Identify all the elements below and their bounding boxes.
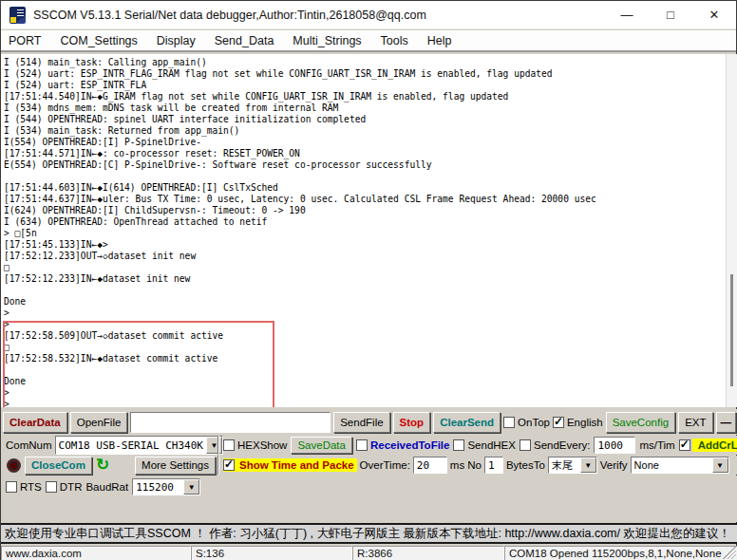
terminal-output[interactable]: I (514) main_task: Calling app_main()I (… bbox=[1, 54, 737, 407]
window-controls: — □ ✕ bbox=[605, 1, 736, 28]
dtr-label: DTR bbox=[60, 481, 83, 493]
menu-bar: PORTCOM_SettingsDisplaySend_DataMulti_St… bbox=[1, 30, 736, 52]
terminal-line: > bbox=[4, 308, 723, 319]
send-every-checkbox-box[interactable] bbox=[520, 439, 531, 451]
close-icon[interactable]: ✕ bbox=[692, 1, 736, 28]
terminal-line: Done bbox=[4, 296, 723, 308]
com-port-select[interactable]: COM18 USB-SERIAL CH340K ▼ bbox=[55, 436, 223, 455]
toolbar-row-1: ClearData OpenFile SendFile Stop ClearSe… bbox=[1, 409, 737, 435]
menu-item[interactable]: Multi_Strings bbox=[293, 34, 361, 47]
com-port-value: COM18 USB-SERIAL CH340K bbox=[56, 439, 206, 452]
app-icon bbox=[9, 7, 26, 24]
add-crlf-checkbox[interactable]: AddCrLf bbox=[679, 439, 737, 452]
status-segment: S:136 bbox=[191, 546, 352, 560]
show-time-label: Show Time and Packe bbox=[236, 458, 357, 472]
status-bar: www.daxia.comS:136R:3866COM18 Opened 115… bbox=[1, 546, 737, 560]
terminal-line: [17:51:44.571]IN←◆: co-processor reset: … bbox=[4, 148, 723, 159]
collapse-panel-button[interactable]: — bbox=[716, 412, 737, 433]
hexshow-checkbox-box[interactable] bbox=[223, 439, 235, 451]
file-path-input[interactable] bbox=[130, 412, 331, 433]
add-crlf-checkbox-box[interactable] bbox=[679, 439, 690, 451]
terminal-line: [17:52:12.233]OUT→◇dataset init new bbox=[4, 251, 723, 262]
terminal-scrollbar-thumb[interactable] bbox=[730, 274, 733, 386]
refresh-ports-icon[interactable]: ↻ bbox=[96, 457, 109, 473]
ontop-checkbox[interactable]: OnTop bbox=[503, 417, 550, 428]
send-every-input[interactable] bbox=[594, 437, 635, 454]
menu-item[interactable]: Help bbox=[427, 34, 452, 47]
dtr-checkbox-box[interactable] bbox=[46, 481, 57, 493]
status-segment: COM18 Opened 115200bps,8,1,None,None bbox=[504, 546, 737, 560]
chevron-down-icon[interactable]: ▼ bbox=[183, 479, 199, 495]
minimize-icon[interactable]: — bbox=[605, 1, 649, 28]
baud-label: BaudRat bbox=[85, 481, 128, 493]
terminal-scrollbar[interactable] bbox=[726, 54, 737, 407]
bytes-input[interactable] bbox=[484, 457, 503, 474]
english-checkbox[interactable]: English bbox=[553, 417, 603, 428]
received-to-file-label: ReceivedToFile bbox=[370, 439, 450, 451]
comnum-label: ComNum bbox=[1, 439, 55, 451]
received-to-file-checkbox-box[interactable] bbox=[356, 439, 368, 451]
english-checkbox-box[interactable] bbox=[553, 417, 564, 428]
ms-tim-label: ms/Tim bbox=[639, 439, 674, 451]
terminal-line: I (534) main_task: Returned from app_mai… bbox=[4, 125, 723, 137]
stop-button[interactable]: Stop bbox=[393, 412, 431, 433]
english-label: English bbox=[567, 417, 603, 428]
terminal-line: [17:52:12.233]IN←◆dataset init new bbox=[4, 273, 723, 285]
dtr-checkbox[interactable]: DTR bbox=[46, 481, 83, 493]
save-data-button[interactable]: SaveData bbox=[291, 437, 352, 454]
show-time-checkbox-box[interactable] bbox=[223, 459, 235, 471]
send-hex-checkbox-box[interactable] bbox=[453, 439, 464, 451]
hexshow-label: HEXShow bbox=[237, 439, 287, 451]
bytes-to-label: BytesTo bbox=[506, 459, 545, 471]
terminal-line: I (524) uart: ESP_INTR_FLAG_IRAM flag no… bbox=[4, 68, 723, 80]
terminal-line: I (524) uart: ESP_INTR_FLA bbox=[4, 80, 723, 91]
save-config-button[interactable]: SaveConfig bbox=[606, 412, 675, 433]
clear-data-button[interactable]: ClearData bbox=[3, 412, 67, 433]
terminal-line: I (514) main_task: Calling app_main() bbox=[4, 57, 723, 68]
rts-checkbox-box[interactable] bbox=[6, 481, 17, 493]
terminal-line: [17:51:45.133]IN←◆> bbox=[4, 239, 723, 251]
terminal-line: I (534) mdns_mem: mDNS task will be crea… bbox=[4, 103, 723, 114]
close-com-button[interactable]: CloseCom bbox=[25, 457, 92, 475]
menu-item[interactable]: Tools bbox=[381, 34, 408, 47]
terminal-line: E(554) OPENTHREAD:[C] P-SpinelDrive-: So… bbox=[4, 159, 723, 171]
send-hex-checkbox[interactable]: SendHEX bbox=[453, 439, 516, 451]
send-every-checkbox[interactable]: SendEvery: bbox=[520, 439, 590, 451]
com-select-group: ComNum COM18 USB-SERIAL CH340K ▼ bbox=[1, 436, 217, 455]
bytes-to-select[interactable]: 末尾 ▼ bbox=[548, 457, 597, 474]
ontop-label: OnTop bbox=[518, 417, 550, 428]
chevron-down-icon[interactable]: ▼ bbox=[580, 457, 596, 473]
show-time-checkbox[interactable]: Show Time and Packe bbox=[223, 458, 357, 472]
maximize-icon[interactable]: □ bbox=[649, 1, 692, 28]
annotation-red-box-terminal bbox=[3, 321, 274, 407]
verify-select[interactable]: None ▼ bbox=[631, 457, 729, 474]
terminal-line: [17:51:44.603]IN←◆I(614) OPENTHREAD:[I] … bbox=[4, 182, 723, 194]
com-status-led-icon bbox=[7, 458, 21, 473]
ms-label: ms bbox=[450, 459, 464, 471]
ext-button[interactable]: EXT bbox=[678, 412, 712, 433]
clear-send-button[interactable]: ClearSend bbox=[433, 412, 501, 433]
terminal-line bbox=[4, 285, 723, 296]
chevron-down-icon[interactable]: ▼ bbox=[712, 457, 728, 473]
verify-label: Verify bbox=[600, 459, 628, 471]
overtime-label: OverTime: bbox=[360, 459, 410, 471]
send-hex-label: SendHEX bbox=[467, 439, 516, 451]
menu-item[interactable]: Send_Data bbox=[215, 34, 274, 47]
send-file-button[interactable]: SendFile bbox=[333, 412, 389, 433]
menu-item[interactable]: Display bbox=[157, 34, 196, 47]
hexshow-checkbox[interactable]: HEXShow bbox=[223, 439, 287, 451]
menu-item[interactable]: COM_Settings bbox=[61, 34, 138, 47]
overtime-input[interactable] bbox=[413, 457, 447, 474]
no-label: No bbox=[467, 459, 482, 471]
resize-grip-icon[interactable] bbox=[723, 546, 736, 559]
received-to-file-checkbox[interactable]: ReceivedToFile bbox=[356, 439, 450, 451]
menu-item[interactable]: PORT bbox=[9, 34, 42, 47]
ontop-checkbox-box[interactable] bbox=[503, 417, 515, 428]
terminal-line: I(624) OPENTHREAD:[I] ChildSupervsn-: Ti… bbox=[4, 205, 723, 216]
open-file-button[interactable]: OpenFile bbox=[70, 412, 128, 433]
baud-select[interactable]: 115200 ▼ bbox=[132, 478, 200, 495]
status-segment: R:3866 bbox=[352, 546, 504, 560]
bottom-zone: RTS DTR BaudRat 115200 ▼ 为了更好地发展SSCOM软件 … bbox=[1, 476, 737, 522]
rts-checkbox[interactable]: RTS bbox=[6, 481, 42, 493]
more-settings-button[interactable]: More Settings bbox=[135, 457, 216, 475]
